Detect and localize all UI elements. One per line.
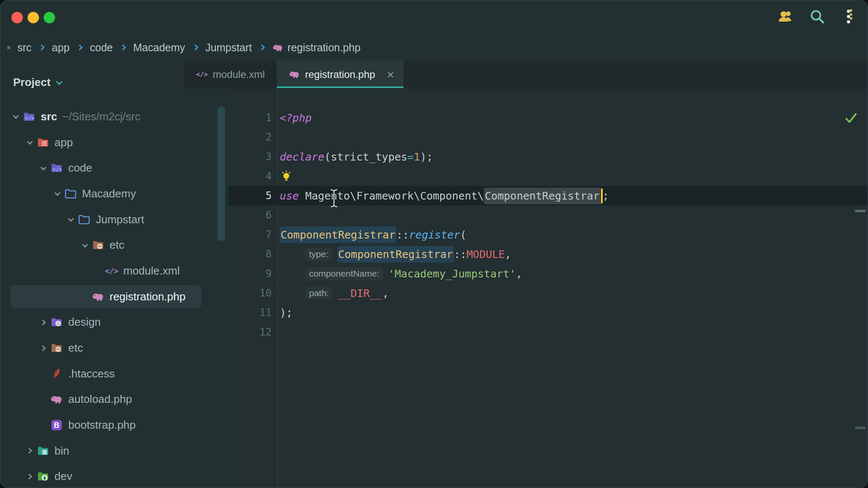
breadcrumb-item-code[interactable]: code [90,42,113,54]
code-token: use [280,190,305,202]
bootstrap-icon: B [50,419,64,432]
code-line-10[interactable]: 10 path:__DIR__, [228,283,868,303]
users-icon[interactable] [777,8,794,25]
code-text: use Magento\Framework\Component\Componen… [280,188,609,204]
line-number: 9 [228,268,272,280]
code-line-11[interactable]: 11); [228,303,868,322]
folder-plain-icon [64,187,78,200]
folder-plain-icon [78,213,92,226]
parameter-hint-inlay[interactable]: componentName: [305,267,383,280]
svg-text:</>: </> [25,115,35,121]
tree-chevron-down-icon[interactable] [50,191,64,196]
breadcrumb-separator-icon [120,44,126,50]
code-line-5[interactable]: 5use Magento\Framework\Component\Compone… [228,186,868,205]
code-token: <?php [280,112,312,124]
tree-item-module-xml[interactable]: </>module.xml [0,258,228,284]
traffic-light-maximize[interactable] [44,12,55,23]
breadcrumb-item-registration-php[interactable]: registration.php [272,42,360,54]
search-icon[interactable] [809,8,826,25]
scrollbar-mark[interactable] [855,210,866,212]
breadcrumb-item-Macademy[interactable]: Macademy [133,42,185,54]
tree-item-etc[interactable]: etc [0,232,228,258]
tree-item-bin[interactable]: bin [0,438,228,464]
code-line-2[interactable]: 2 [228,128,868,147]
tree-item-autoload-php[interactable]: autoload.php [0,387,228,413]
parameter-hint-inlay[interactable]: path: [305,287,333,300]
tree-item-label: code [68,161,92,175]
breadcrumb-item-Jumpstart[interactable]: Jumpstart [206,42,252,54]
code-editor[interactable]: 1<?php23declare(strict_types=1);45use Ma… [228,89,868,488]
tree-chevron-down-icon[interactable] [36,166,50,170]
tree-item-Macademy[interactable]: Macademy [0,181,228,207]
code-line-4[interactable]: 4 [228,166,868,186]
breadcrumb-item-src[interactable]: src [17,42,31,54]
php-elephant-icon [50,393,64,406]
tree-item-label: Jumpstart [96,213,144,226]
code-line-3[interactable]: 3declare(strict_types=1); [228,147,868,166]
tree-item-Jumpstart[interactable]: Jumpstart [0,207,228,233]
line-number: 8 [228,248,272,260]
tree-item-registration-php[interactable]: registration.php [0,284,228,310]
code-token [280,268,305,280]
tree-item-bootstrap-php[interactable]: Bbootstrap.php [0,412,228,438]
tree-chevron-right-icon[interactable] [36,320,50,324]
traffic-light-close[interactable] [11,12,23,23]
traffic-light-minimize[interactable] [28,12,39,23]
project-panel-scrollbar[interactable] [217,106,225,241]
breadcrumb-label: Macademy [133,42,185,54]
code-text: ComponentRegistrar::register( [280,227,467,243]
breadcrumb-separator-icon [192,44,198,50]
tab-close-icon[interactable] [386,70,395,79]
tree-chevron-right-icon[interactable] [22,449,36,453]
tree-item-etc[interactable]: etc [0,335,228,361]
scrollbar-mark[interactable] [855,427,866,429]
tree-chevron-down-icon[interactable] [77,243,92,247]
code-token: 1 [414,151,420,163]
tree-item-dev[interactable]: dev [0,464,228,488]
svg-text:</>: </> [52,166,62,172]
tree-item-app[interactable]: app [0,130,228,155]
code-lines: 1<?php23declare(strict_types=1);45use Ma… [228,108,868,342]
code-token: , [516,268,522,280]
tree-item-label: dev [55,470,72,483]
tree-item-label: Macademy [82,187,136,200]
usage-highlight: ComponentRegistrar [337,246,454,263]
tab-overflow-kebab-icon[interactable] [845,8,857,21]
tab-registration-php[interactable]: registration.php [277,61,403,88]
project-tree: </>src~/Sites/m2cj/srcapp</>codeMacademy… [0,104,228,488]
breadcrumb-item-app[interactable]: app [52,42,70,54]
code-text [280,170,293,183]
tree-chevron-right-icon[interactable] [36,346,50,350]
breadcrumb-separator-icon [259,44,265,50]
code-line-6[interactable]: 6 [228,205,868,225]
code-line-12[interactable]: 12 [228,322,868,342]
code-line-1[interactable]: 1<?php [228,108,868,128]
inspections-ok-icon[interactable] [844,111,858,125]
line-number: 10 [228,287,272,299]
tree-item-label: etc [110,238,125,252]
code-line-9[interactable]: 9 componentName:'Macademy_Jumpstart', [228,264,868,283]
code-token: ( [324,151,331,163]
tree-item--htaccess[interactable]: .htaccess [0,361,228,387]
parameter-hint-inlay[interactable]: type: [305,248,332,261]
code-line-8[interactable]: 8 type:ComponentRegistrar::MODULE, [228,244,868,264]
tree-chevron-down-icon[interactable] [8,114,22,119]
project-panel-header[interactable]: Project [13,74,61,90]
ide-window: srcappcodeMacademyJumpstartregistration.… [0,0,868,488]
code-token: ; [603,190,609,202]
tree-item-code[interactable]: </>code [0,155,228,181]
code-token: MODULE [467,248,505,261]
tree-item-label: src [41,110,57,123]
identifier-highlight: ComponentRegistrar [484,188,601,204]
tree-chevron-down-icon[interactable] [63,217,78,222]
tree-chevron-right-icon[interactable] [22,474,36,479]
tree-item-label: bin [55,444,70,458]
code-token: ); [420,151,433,163]
breadcrumb-label: app [52,42,70,54]
tree-item-label: registration.php [110,290,186,303]
tree-item-design[interactable]: design [0,310,228,336]
intention-bulb-icon[interactable] [280,170,293,183]
tree-chevron-down-icon[interactable] [22,140,36,144]
tree-item-src[interactable]: </>src~/Sites/m2cj/src [0,104,228,130]
code-line-7[interactable]: 7ComponentRegistrar::register( [228,225,868,244]
